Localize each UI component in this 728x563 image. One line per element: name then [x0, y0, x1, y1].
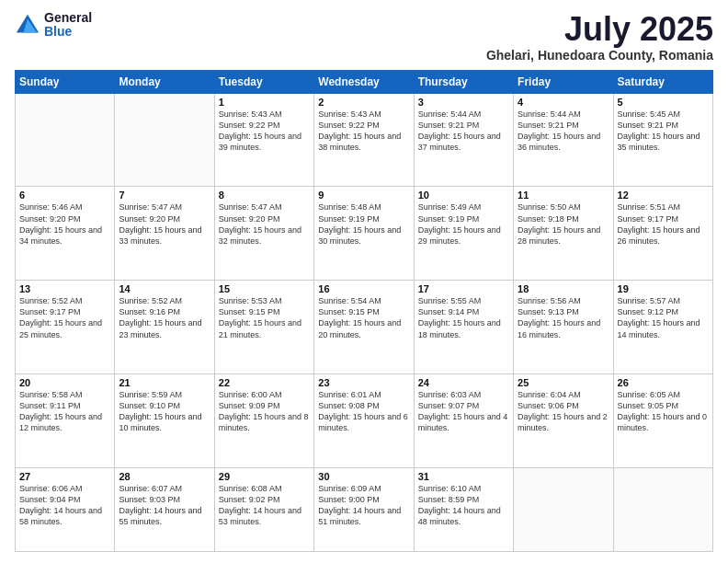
day-number: 23: [318, 377, 409, 388]
day-info: Sunrise: 6:00 AMSunset: 9:09 PMDaylight:…: [219, 389, 310, 434]
table-row: 27Sunrise: 6:06 AMSunset: 9:04 PMDayligh…: [16, 467, 115, 551]
table-row: 22Sunrise: 6:00 AMSunset: 9:09 PMDayligh…: [214, 373, 313, 467]
logo-blue-text: Blue: [44, 25, 92, 39]
day-number: 1: [219, 97, 310, 108]
day-info: Sunrise: 6:08 AMSunset: 9:02 PMDaylight:…: [219, 483, 310, 528]
table-row: 20Sunrise: 5:58 AMSunset: 9:11 PMDayligh…: [16, 373, 115, 467]
table-row: 3Sunrise: 5:44 AMSunset: 9:21 PMDaylight…: [414, 93, 513, 187]
calendar-week-row: 13Sunrise: 5:52 AMSunset: 9:17 PMDayligh…: [16, 281, 713, 374]
day-info: Sunrise: 5:43 AMSunset: 9:22 PMDaylight:…: [318, 109, 409, 154]
day-info: Sunrise: 5:45 AMSunset: 9:21 PMDaylight:…: [618, 109, 709, 154]
table-row: 6Sunrise: 5:46 AMSunset: 9:20 PMDaylight…: [16, 187, 115, 281]
table-row: 21Sunrise: 5:59 AMSunset: 9:10 PMDayligh…: [115, 373, 214, 467]
day-number: 5: [618, 97, 709, 108]
day-number: 10: [418, 190, 509, 201]
day-number: 30: [318, 471, 409, 482]
day-number: 2: [318, 97, 409, 108]
table-row: 10Sunrise: 5:49 AMSunset: 9:19 PMDayligh…: [414, 187, 513, 281]
table-row: 30Sunrise: 6:09 AMSunset: 9:00 PMDayligh…: [314, 467, 414, 551]
table-row: [115, 93, 214, 187]
table-row: 8Sunrise: 5:47 AMSunset: 9:20 PMDaylight…: [214, 187, 313, 281]
day-info: Sunrise: 5:52 AMSunset: 9:16 PMDaylight:…: [119, 295, 210, 340]
day-number: 19: [618, 283, 709, 294]
table-row: [613, 467, 712, 551]
day-number: 31: [418, 471, 509, 482]
day-info: Sunrise: 5:49 AMSunset: 9:19 PMDaylight:…: [418, 201, 509, 247]
day-info: Sunrise: 5:50 AMSunset: 9:18 PMDaylight:…: [518, 201, 609, 247]
day-number: 8: [219, 190, 310, 201]
table-row: 11Sunrise: 5:50 AMSunset: 9:18 PMDayligh…: [514, 187, 613, 281]
col-friday: Friday: [514, 70, 613, 93]
day-info: Sunrise: 6:10 AMSunset: 8:59 PMDaylight:…: [418, 483, 509, 528]
table-row: 17Sunrise: 5:55 AMSunset: 9:14 PMDayligh…: [414, 281, 513, 374]
col-thursday: Thursday: [414, 70, 513, 93]
day-number: 16: [318, 283, 409, 294]
day-number: 3: [418, 97, 509, 108]
table-row: 15Sunrise: 5:53 AMSunset: 9:15 PMDayligh…: [214, 281, 313, 374]
table-row: 23Sunrise: 6:01 AMSunset: 9:08 PMDayligh…: [314, 373, 414, 467]
title-block: July 2025 Ghelari, Hunedoara County, Rom…: [486, 11, 713, 63]
calendar-week-row: 1Sunrise: 5:43 AMSunset: 9:22 PMDaylight…: [16, 93, 713, 187]
table-row: 31Sunrise: 6:10 AMSunset: 8:59 PMDayligh…: [414, 467, 513, 551]
day-info: Sunrise: 6:09 AMSunset: 9:00 PMDaylight:…: [318, 483, 409, 528]
day-info: Sunrise: 5:55 AMSunset: 9:14 PMDaylight:…: [418, 295, 509, 340]
day-number: 28: [119, 471, 210, 482]
day-info: Sunrise: 5:43 AMSunset: 9:22 PMDaylight:…: [219, 109, 310, 154]
day-number: 14: [119, 283, 210, 294]
day-number: 6: [19, 190, 110, 201]
table-row: 16Sunrise: 5:54 AMSunset: 9:15 PMDayligh…: [314, 281, 414, 374]
day-number: 24: [418, 377, 509, 388]
calendar-week-row: 20Sunrise: 5:58 AMSunset: 9:11 PMDayligh…: [16, 373, 713, 467]
col-wednesday: Wednesday: [314, 70, 414, 93]
day-info: Sunrise: 6:07 AMSunset: 9:03 PMDaylight:…: [119, 483, 210, 528]
day-info: Sunrise: 5:53 AMSunset: 9:15 PMDaylight:…: [219, 295, 310, 340]
day-info: Sunrise: 6:06 AMSunset: 9:04 PMDaylight:…: [19, 483, 110, 528]
day-info: Sunrise: 5:52 AMSunset: 9:17 PMDaylight:…: [19, 295, 110, 340]
day-number: 12: [618, 190, 709, 201]
table-row: [16, 93, 115, 187]
logo-general-text: General: [44, 11, 92, 25]
col-sunday: Sunday: [16, 70, 115, 93]
table-row: 4Sunrise: 5:44 AMSunset: 9:21 PMDaylight…: [514, 93, 613, 187]
calendar-week-row: 27Sunrise: 6:06 AMSunset: 9:04 PMDayligh…: [16, 467, 713, 551]
logo: General Blue: [15, 11, 92, 40]
day-number: 29: [219, 471, 310, 482]
table-row: 2Sunrise: 5:43 AMSunset: 9:22 PMDaylight…: [314, 93, 414, 187]
subtitle: Ghelari, Hunedoara County, Romania: [486, 48, 713, 63]
calendar-header-row: Sunday Monday Tuesday Wednesday Thursday…: [16, 70, 713, 93]
day-number: 9: [318, 190, 409, 201]
day-info: Sunrise: 5:57 AMSunset: 9:12 PMDaylight:…: [618, 295, 709, 340]
day-number: 7: [119, 190, 210, 201]
table-row: 28Sunrise: 6:07 AMSunset: 9:03 PMDayligh…: [115, 467, 214, 551]
table-row: 26Sunrise: 6:05 AMSunset: 9:05 PMDayligh…: [613, 373, 712, 467]
table-row: 25Sunrise: 6:04 AMSunset: 9:06 PMDayligh…: [514, 373, 613, 467]
page: General Blue July 2025 Ghelari, Hunedoar…: [0, 0, 728, 563]
day-number: 22: [219, 377, 310, 388]
day-number: 25: [518, 377, 609, 388]
day-info: Sunrise: 5:54 AMSunset: 9:15 PMDaylight:…: [318, 295, 409, 340]
table-row: 12Sunrise: 5:51 AMSunset: 9:17 PMDayligh…: [613, 187, 712, 281]
table-row: 18Sunrise: 5:56 AMSunset: 9:13 PMDayligh…: [514, 281, 613, 374]
calendar-week-row: 6Sunrise: 5:46 AMSunset: 9:20 PMDaylight…: [16, 187, 713, 281]
table-row: 19Sunrise: 5:57 AMSunset: 9:12 PMDayligh…: [613, 281, 712, 374]
header: General Blue July 2025 Ghelari, Hunedoar…: [15, 11, 713, 63]
calendar-table: Sunday Monday Tuesday Wednesday Thursday…: [15, 70, 713, 552]
table-row: 29Sunrise: 6:08 AMSunset: 9:02 PMDayligh…: [214, 467, 313, 551]
table-row: 9Sunrise: 5:48 AMSunset: 9:19 PMDaylight…: [314, 187, 414, 281]
col-monday: Monday: [115, 70, 214, 93]
day-info: Sunrise: 6:05 AMSunset: 9:05 PMDaylight:…: [618, 389, 709, 434]
table-row: 14Sunrise: 5:52 AMSunset: 9:16 PMDayligh…: [115, 281, 214, 374]
day-number: 13: [19, 283, 110, 294]
table-row: 5Sunrise: 5:45 AMSunset: 9:21 PMDaylight…: [613, 93, 712, 187]
day-info: Sunrise: 5:47 AMSunset: 9:20 PMDaylight:…: [219, 201, 310, 247]
col-saturday: Saturday: [613, 70, 712, 93]
day-number: 15: [219, 283, 310, 294]
day-info: Sunrise: 5:48 AMSunset: 9:19 PMDaylight:…: [318, 201, 409, 247]
logo-text: General Blue: [44, 11, 92, 40]
day-info: Sunrise: 5:56 AMSunset: 9:13 PMDaylight:…: [518, 295, 609, 340]
table-row: 13Sunrise: 5:52 AMSunset: 9:17 PMDayligh…: [16, 281, 115, 374]
day-info: Sunrise: 6:04 AMSunset: 9:06 PMDaylight:…: [518, 389, 609, 434]
day-info: Sunrise: 5:59 AMSunset: 9:10 PMDaylight:…: [119, 389, 210, 434]
day-info: Sunrise: 5:58 AMSunset: 9:11 PMDaylight:…: [19, 389, 110, 434]
table-row: 1Sunrise: 5:43 AMSunset: 9:22 PMDaylight…: [214, 93, 313, 187]
